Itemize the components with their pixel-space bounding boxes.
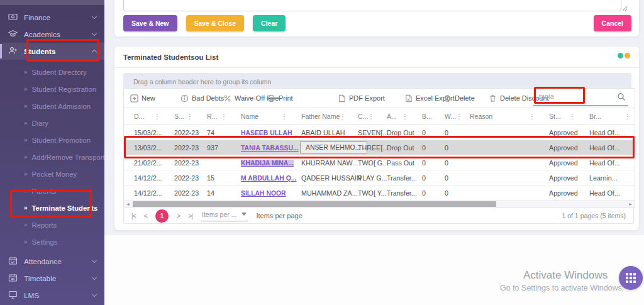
submenu-item[interactable]: » Terminate Students [0,199,55,216]
submenu-item[interactable]: » Settings [0,233,70,250]
table-cell[interactable]: 0 [412,189,435,197]
table-cell[interactable]: TWO[ G... [348,159,377,167]
cancel-button[interactable]: Cancel [594,15,631,31]
column-header[interactable]: St... ⋮ [539,113,579,120]
table-cell[interactable]: Approved [539,144,579,152]
table-cell[interactable]: KHURRAM NAW... [291,159,348,167]
save-and-close-button[interactable]: Save & Close [186,15,245,31]
table-cell[interactable]: Head Of... [579,144,635,152]
table-cell[interactable]: Approved [539,174,579,182]
table-cell[interactable]: 0 [412,144,435,152]
column-menu-icon[interactable]: ⋮ [221,113,227,120]
table-cell[interactable]: 2022-23 [164,129,197,136]
table-cell[interactable]: Head Of... [579,159,635,167]
table-cell[interactable]: 14 [197,189,231,197]
toolbar-button[interactable]: Bad Debts [180,94,213,103]
table-row[interactable]: 13/03/2...2022-23937TANIA TABASSU...ANSE… [124,140,635,155]
current-page-button[interactable]: 1 [155,209,169,223]
table-cell[interactable]: Head Of... [579,189,635,197]
column-menu-icon[interactable]: ⋮ [402,113,408,120]
table-cell[interactable]: MUHAMMAD ZA... [291,189,348,197]
table-cell[interactable]: TWO[ Y... [348,189,377,197]
column-header[interactable]: C... ⋮ [348,113,377,120]
column-header[interactable]: A... ⋮ [377,113,412,120]
table-cell[interactable]: ANSER MEHMO... [291,141,348,153]
table-cell[interactable]: M ABDULLAH Q... [231,174,291,182]
scroll-left-icon[interactable]: ◄ [126,201,130,208]
column-menu-icon[interactable]: ⋮ [529,113,535,120]
table-row[interactable]: 15/03/2...2022-2374HASEEB ULLAHABAID ULL… [124,125,635,140]
table-cell[interactable]: 74 [197,129,231,136]
table-cell[interactable]: Drop Out [377,144,412,152]
sidebar-item-academics[interactable]: Academics [0,26,104,43]
clear-button[interactable]: Clear [253,15,286,31]
table-cell[interactable]: SEVEN[... [348,129,377,136]
sidebar-item-students[interactable]: Students [0,43,104,60]
toolbar-button[interactable]: Excel Export [404,94,433,103]
table-cell[interactable]: THREE[... [348,144,377,152]
table-cell[interactable]: PLAY G... [348,174,377,182]
scrollbar-thumb[interactable] [133,201,496,207]
search-input[interactable] [533,90,614,101]
table-cell[interactable]: 0 [435,144,460,152]
toolbar-button[interactable]: Delete [443,94,479,103]
table-cell[interactable]: 0 [412,174,435,182]
table-cell[interactable]: 2022-23 [164,174,197,182]
table-cell[interactable]: 15/03/2... [124,129,164,136]
table-cell[interactable]: QADEER HUSSAIN [291,174,348,182]
table-cell[interactable]: ABAID ULLAH [291,129,348,136]
items-per-page-select[interactable]: Items per ... [201,211,248,221]
table-cell[interactable]: SILLAH NOOR [231,189,291,197]
next-page-icon[interactable]: > [177,212,180,219]
submenu-item[interactable]: » Parents [0,182,53,199]
table-cell[interactable]: Approved [539,129,579,136]
submenu-item[interactable]: » Student Admission [0,97,64,114]
toolbar-button[interactable]: PDF Export [338,94,394,103]
column-header[interactable]: W... ⋮ [435,113,460,120]
submenu-item[interactable]: » Student Registration [0,80,63,97]
submenu-item[interactable]: » Add/Remove Transport [0,148,59,165]
previous-page-icon[interactable]: < [144,212,147,219]
column-menu-icon[interactable]: ⋮ [187,113,193,120]
submenu-item[interactable]: » Pocket Money [0,165,65,182]
column-header[interactable]: S... ⋮ [164,113,197,120]
table-cell[interactable]: HASEEB ULLAH [231,129,291,136]
column-menu-icon[interactable]: ⋮ [368,113,374,120]
table-cell[interactable]: 15 [197,174,231,182]
table-cell[interactable]: 0 [412,129,435,136]
table-cell[interactable]: 2022-23 [164,189,197,197]
submenu-item[interactable]: » Reports [0,216,104,233]
table-cell[interactable]: Transfer... [377,189,412,197]
table-cell[interactable]: 0 [435,129,460,136]
table-row[interactable]: 21/02/2...2022-23KHADIJA MINA...KHURRAM … [124,155,635,170]
column-menu-icon[interactable]: ⋮ [569,113,575,120]
column-menu-icon[interactable]: ⋮ [281,113,287,120]
table-cell[interactable]: Pass Out [377,159,412,167]
table-cell[interactable]: 0 [412,159,435,167]
panel-dot-yellow-icon[interactable] [625,53,630,58]
last-page-icon[interactable]: >| [188,212,192,219]
table-cell[interactable]: Approved [539,189,579,197]
table-cell[interactable]: 0 [435,174,460,182]
table-cell[interactable]: 0 [435,159,460,167]
table-cell[interactable]: TANIA TABASSU... [231,144,291,152]
column-header[interactable]: Name ⋮ [231,113,291,120]
column-header[interactable]: Reason ⋮ [460,113,539,120]
panel-dot-teal-icon[interactable] [618,53,623,58]
table-cell[interactable]: KHADIJA MINA... [231,159,291,167]
sidebar-item-finance[interactable]: Finance [0,9,104,26]
save-and-new-button[interactable]: Save & New [123,15,177,31]
horizontal-scrollbar[interactable]: ◄ ► [124,201,635,208]
table-cell[interactable]: Head Of... [579,129,635,136]
column-menu-icon[interactable]: ⋮ [625,113,631,120]
table-cell[interactable]: 0 [435,189,460,197]
table-cell[interactable]: Transfer... [377,174,412,182]
column-menu-icon[interactable]: ⋮ [154,113,160,120]
remarks-textarea[interactable] [123,0,621,11]
table-cell[interactable]: 14/12/2... [124,189,164,197]
sidebar-item-lms[interactable]: LMS [0,287,104,304]
table-cell[interactable]: Approved [539,159,579,167]
table-row[interactable]: 14/12/2...2022-2315M ABDULLAH Q...QADEER… [124,170,635,186]
table-cell[interactable]: 13/03/2... [124,144,164,152]
resize-grip-icon[interactable] [621,3,628,14]
